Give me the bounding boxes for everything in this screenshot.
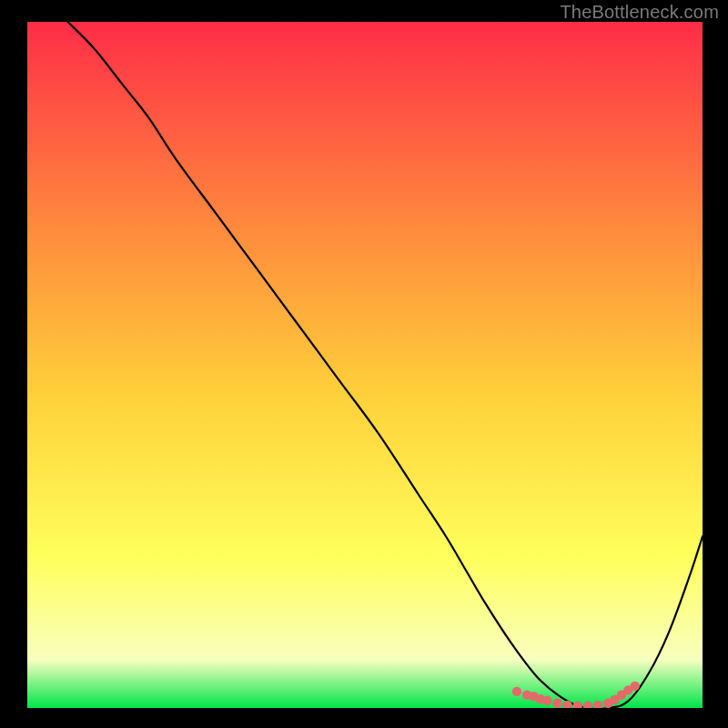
valley-marker (552, 699, 561, 708)
plot-area (27, 22, 703, 708)
watermark-text: TheBottleneck.com (560, 2, 719, 23)
valley-marker (512, 687, 521, 696)
gradient-background (27, 22, 703, 708)
plot-svg (27, 22, 703, 708)
valley-marker (542, 696, 551, 705)
valley-marker (631, 682, 640, 691)
chart-frame: TheBottleneck.com (0, 0, 728, 728)
